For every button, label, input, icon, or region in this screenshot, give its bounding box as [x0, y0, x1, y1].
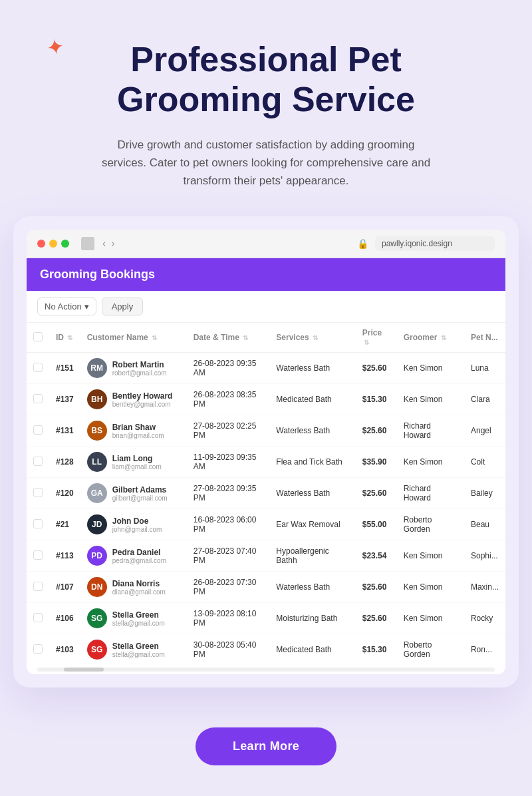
customer-info: Gilbert Adams gilbert@gmail.com — [112, 485, 168, 502]
col-customer: Customer Name ⇅ — [80, 323, 187, 353]
row-checkbox-cell[interactable] — [27, 353, 49, 384]
row-checkbox[interactable] — [33, 488, 43, 497]
row-checkbox[interactable] — [33, 613, 43, 622]
row-id: #128 — [49, 447, 80, 478]
bookings-table: ID ⇅ Customer Name ⇅ Date & Time ⇅ Servi… — [27, 323, 505, 665]
url-bar[interactable]: pawlly.iqonic.design — [375, 236, 495, 251]
row-checkbox-cell[interactable] — [27, 384, 49, 415]
row-checkbox-cell[interactable] — [27, 540, 49, 572]
row-checkbox-cell[interactable] — [27, 415, 49, 447]
row-service: Waterless Bath — [269, 353, 355, 384]
nav-arrows: ‹ › — [101, 238, 116, 250]
row-groomer: Ken Simon — [397, 540, 464, 572]
row-customer: LL Liam Long liam@gmail.com — [80, 447, 187, 478]
toolbar: No Action ▾ Apply — [27, 291, 505, 323]
table-row: #106 SG Stella Green stella@gmail.com 13… — [27, 603, 505, 634]
table-row: #128 LL Liam Long liam@gmail.com 11-09-2… — [27, 447, 505, 478]
row-datetime: 30-08-2023 05:40 PM — [187, 634, 270, 666]
row-checkbox-cell[interactable] — [27, 572, 49, 603]
app-header: Grooming Bookings — [27, 258, 505, 291]
row-checkbox[interactable] — [33, 644, 43, 654]
back-arrow[interactable]: ‹ — [101, 238, 107, 250]
forward-arrow[interactable]: › — [110, 238, 116, 250]
maximize-button[interactable] — [61, 240, 69, 248]
avatar: SG — [87, 640, 107, 660]
customer-name: Pedra Daniel — [112, 548, 166, 557]
row-service: Medicated Bath — [269, 634, 355, 666]
select-all-header[interactable] — [27, 323, 49, 353]
customer-email: bentley@gmail.com — [112, 401, 173, 408]
row-checkbox[interactable] — [33, 550, 43, 560]
row-id: #151 — [49, 353, 80, 384]
customer-name: Brian Shaw — [112, 423, 164, 432]
row-customer: BS Brian Shaw brian@gmail.com — [80, 415, 187, 447]
learn-more-button[interactable]: Learn More — [196, 727, 336, 765]
close-button[interactable] — [37, 240, 45, 248]
apply-button[interactable]: Apply — [102, 298, 144, 315]
row-checkbox-cell[interactable] — [27, 447, 49, 478]
row-checkbox[interactable] — [33, 457, 43, 466]
avatar: PD — [87, 546, 107, 566]
row-checkbox[interactable] — [33, 519, 43, 528]
table-row: #151 RM Robert Martin robert@gmail.com 2… — [27, 353, 505, 384]
row-service: Waterless Bath — [269, 572, 355, 603]
row-checkbox-cell[interactable] — [27, 478, 49, 509]
row-price: $25.60 — [356, 415, 397, 447]
customer-info: Bentley Howard bentley@gmail.com — [112, 391, 173, 408]
col-id: ID ⇅ — [49, 323, 80, 353]
row-pet: Clara — [464, 384, 505, 415]
hero-section: ✦ Professional Pet Grooming Service Driv… — [0, 0, 532, 216]
lock-icon: 🔒 — [357, 238, 368, 249]
app-content: Grooming Bookings No Action ▾ Apply ID ⇅… — [27, 258, 505, 674]
row-checkbox-cell[interactable] — [27, 603, 49, 634]
row-datetime: 26-08-2023 07:30 PM — [187, 572, 270, 603]
row-id: #106 — [49, 603, 80, 634]
row-datetime: 26-08-2023 08:35 PM — [187, 384, 270, 415]
row-datetime: 11-09-2023 09:35 AM — [187, 447, 270, 478]
row-checkbox-cell[interactable] — [27, 634, 49, 666]
row-pet: Sophi... — [464, 540, 505, 572]
row-pet: Ron... — [464, 634, 505, 666]
minimize-button[interactable] — [49, 240, 57, 248]
customer-email: liam@gmail.com — [112, 463, 162, 471]
logo-mark: ✦ — [45, 35, 66, 59]
browser-chrome: ‹ › 🔒 pawlly.iqonic.design — [27, 230, 505, 258]
row-id: #107 — [49, 572, 80, 603]
row-customer: RM Robert Martin robert@gmail.com — [80, 353, 187, 384]
row-checkbox[interactable] — [33, 394, 43, 403]
scrollbar[interactable] — [37, 668, 495, 672]
row-customer: BH Bentley Howard bentley@gmail.com — [80, 384, 187, 415]
row-checkbox[interactable] — [33, 425, 43, 435]
chevron-down-icon: ▾ — [84, 301, 89, 311]
table-row: #21 JD John Doe john@gmail.com 16-08-202… — [27, 509, 505, 540]
row-groomer: Ken Simon — [397, 603, 464, 634]
customer-name: Liam Long — [112, 454, 162, 463]
customer-email: diana@gmail.com — [112, 588, 166, 596]
row-customer: SG Stella Green stella@gmail.com — [80, 634, 187, 666]
action-select[interactable]: No Action ▾ — [37, 298, 96, 315]
row-service: Flea and Tick Bath — [269, 447, 355, 478]
row-checkbox[interactable] — [33, 582, 43, 591]
row-pet: Rocky — [464, 603, 505, 634]
row-groomer: Ken Simon — [397, 572, 464, 603]
row-datetime: 16-08-2023 06:00 PM — [187, 509, 270, 540]
customer-info: Robert Martin robert@gmail.com — [112, 360, 167, 377]
row-id: #131 — [49, 415, 80, 447]
row-groomer: Ken Simon — [397, 353, 464, 384]
avatar: GA — [87, 483, 107, 503]
row-groomer: Richard Howard — [397, 478, 464, 509]
avatar: LL — [87, 452, 107, 472]
row-price: $55.00 — [356, 509, 397, 540]
customer-info: Pedra Daniel pedra@gmail.com — [112, 548, 166, 564]
customer-email: stella@gmail.com — [112, 620, 165, 627]
customer-name: Gilbert Adams — [112, 485, 168, 495]
row-checkbox[interactable] — [33, 363, 43, 372]
customer-email: gilbert@gmail.com — [112, 495, 168, 502]
row-customer: DN Diana Norris diana@gmail.com — [80, 572, 187, 603]
row-checkbox-cell[interactable] — [27, 509, 49, 540]
customer-info: Brian Shaw brian@gmail.com — [112, 423, 164, 439]
row-price: $25.60 — [356, 572, 397, 603]
row-pet: Bailey — [464, 478, 505, 509]
col-pet: Pet N... — [464, 323, 505, 353]
row-datetime: 27-08-2023 09:35 PM — [187, 478, 270, 509]
